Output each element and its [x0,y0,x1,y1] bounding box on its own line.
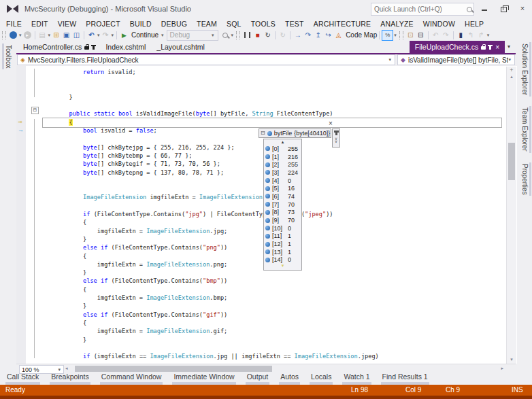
hex-dropdown-icon[interactable]: ▾ [394,33,397,38]
navigate-back-dropdown-icon[interactable]: ▾ [19,33,22,38]
navigate-forward-button[interactable]: ▸ [23,30,32,40]
scroll-up-icon[interactable]: ▴ [507,74,516,80]
sidebar-tab-toolbox[interactable]: Toolbox [4,44,13,69]
toolbar-overflow-icon[interactable]: ▾ [487,33,490,38]
bottom-tab-locals[interactable]: Locals [310,372,333,385]
step-out-button[interactable]: ↥ [314,30,322,40]
output-window-button[interactable]: ⊡ [406,30,415,40]
open-file-dropdown-icon[interactable]: ▾ [48,33,51,38]
bottom-tab-immediate-window[interactable]: Immediate Window [172,372,235,385]
collapse-region-icon[interactable]: ⊟ [31,107,39,114]
datatip-collapse-icon[interactable]: ⊟ [261,131,265,136]
expand-comments-icon[interactable]: ∨∨ [335,137,337,143]
splitter-grip-icon[interactable]: + [507,67,516,73]
bottom-tab-breakpoints[interactable]: Breakpoints [50,372,90,385]
menu-help[interactable]: HELP [460,18,488,29]
datatip-row[interactable]: [14]0 [264,256,301,264]
navigate-backward-region-button[interactable]: ↶ [431,30,440,40]
sidebar-tab-team-explorer[interactable]: Team Explorer [520,106,531,152]
datatip-row[interactable]: [7]70 [264,201,301,209]
bottom-tab-watch-1[interactable]: Watch 1 [342,372,371,385]
menu-build[interactable]: BUILD [125,18,156,29]
scroll-right-icon[interactable]: ▸ [501,366,503,371]
menu-view[interactable]: VIEW [53,18,82,29]
datatip-close-icon[interactable]: × [329,120,333,127]
tab-homecontroller-cs[interactable]: HomeController.cs [18,41,100,53]
close-button[interactable]: × [518,4,527,12]
quick-launch-box[interactable] [371,3,474,16]
add-item-button[interactable]: ⊞ [52,30,61,40]
datatip-row[interactable]: [0]255 [264,145,301,153]
menu-window[interactable]: WINDOW [418,18,460,29]
undo-button[interactable]: ↶ [87,30,96,40]
show-next-statement-button[interactable]: ↻ [278,30,287,40]
menu-debug[interactable]: DEBUG [156,18,192,29]
open-file-button[interactable]: ▤ [38,30,47,40]
save-all-button[interactable]: ◫ [72,30,81,40]
current-statement-arrow-icon[interactable]: → [17,118,23,124]
close-icon[interactable]: × [495,44,499,51]
stop-debugging-button[interactable]: ■ [253,30,262,40]
bottom-tab-autos[interactable]: Autos [279,372,300,385]
continue-play-icon[interactable]: ▶ [120,30,129,40]
toolbar-grip[interactable] [236,31,240,39]
run-to-cursor-button[interactable]: ↪ [324,30,333,40]
navigation-arrow-icon[interactable]: → [18,126,24,133]
scroll-down-icon[interactable]: ▾ [507,357,516,362]
menu-project[interactable]: PROJECT [81,18,124,29]
datatip-row[interactable]: [1]216 [264,153,301,161]
navigate-forward-region-button[interactable]: ↷ [442,30,450,40]
step-over-button[interactable]: ↷ [303,30,312,40]
vertical-scrollbar[interactable]: + ▴ ▾ [506,67,516,364]
toolbar-grip[interactable] [399,31,403,39]
vertical-scroll-thumb[interactable] [508,143,515,180]
next-bookmark-button[interactable]: ↱ [477,30,486,40]
code-map-button[interactable]: Code Map [346,31,377,39]
restore-button[interactable] [499,4,508,12]
datatip-row[interactable]: [5]16 [264,184,301,192]
horizontal-scrollbar[interactable]: 100 % ▾ ◂ ▸ [16,364,516,373]
sidebar-tab-solution-explorer[interactable]: Solution Explorer [520,42,531,97]
datatip-row[interactable]: [9]70 [264,216,301,224]
tab--layout-cshtml[interactable]: _Layout.cshtml [151,41,210,53]
save-button[interactable]: ▣ [62,30,71,40]
redo-dropdown-icon[interactable]: ▾ [112,33,114,38]
sidebar-tab-properties[interactable]: Properties [520,162,531,196]
redo-button[interactable]: ↷ [101,30,110,40]
toolbar-grip[interactable] [2,31,6,39]
scroll-left-icon[interactable]: ◂ [65,366,68,371]
datatip-row[interactable]: [13]1 [264,248,301,256]
continue-button[interactable]: Continue [131,31,159,39]
quick-launch-input[interactable] [371,5,467,13]
menu-tools[interactable]: TOOLS [246,18,280,29]
menu-team[interactable]: TEAM [192,18,222,29]
datatip-row[interactable]: [10]0 [264,224,301,232]
datatip-row[interactable]: [6]74 [264,192,301,201]
menu-test[interactable]: TEST [280,18,309,29]
datatip-row[interactable]: [11]1 [264,232,301,241]
minimize-button[interactable] [480,4,488,12]
solution-configurations-dropdown[interactable]: Debug ▾ [167,30,218,41]
datatip-row[interactable]: [4]0 [264,177,301,185]
navigate-back-button[interactable]: ◂ [9,30,18,40]
step-into-button[interactable]: → [293,30,302,40]
datatip-row[interactable]: [8]73 [264,209,301,217]
continue-dropdown-icon[interactable]: ▾ [161,33,164,38]
restart-button[interactable]: ↻ [263,30,272,40]
hex-display-toggle[interactable]: % [382,30,393,41]
horizontal-scroll-thumb[interactable] [75,366,272,372]
bottom-tab-find-results-1[interactable]: Find Results 1 [381,372,429,385]
pin-icon[interactable] [335,131,337,135]
undo-dropdown-icon[interactable]: ▾ [97,33,100,38]
datatip-header[interactable]: ⊟ bytFile {byte[40410]} [259,128,331,138]
tab-fileuploadcheck-cs[interactable]: FileUploadCheck.cs× [410,41,505,53]
bottom-tab-command-window[interactable]: Command Window [100,372,163,385]
datatip-scroll-down-icon[interactable]: ▼ [264,264,301,269]
indicator-margin[interactable] [16,66,26,364]
menu-edit[interactable]: EDIT [27,18,53,29]
bottom-tab-call-stack[interactable]: Call Stack [5,372,40,385]
datatip-row[interactable]: [12]1 [264,240,301,248]
datatip-row[interactable]: [3]224 [264,169,301,177]
menu-sql[interactable]: SQL [222,18,246,29]
find-dropdown-icon[interactable]: ▾ [231,33,234,38]
